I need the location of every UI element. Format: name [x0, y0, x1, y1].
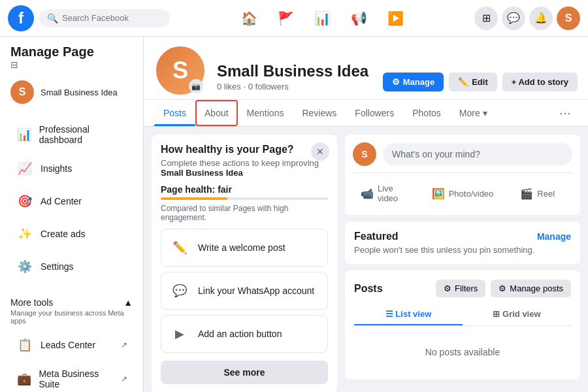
- live-video-button[interactable]: 📹 Live video: [353, 180, 423, 207]
- add-to-story-button[interactable]: + Add to story: [502, 73, 578, 91]
- whatsapp-label: Link your WhatsApp account: [198, 286, 314, 296]
- cover-area: S 📷 Small Business Idea 0 likes · 0 foll…: [144, 37, 588, 97]
- sidebar-page-name: Small Business Idea: [41, 88, 118, 97]
- page-cover-avatar: S 📷: [154, 44, 206, 97]
- action-item-action-button[interactable]: ▶ Add an action button: [161, 315, 328, 353]
- tabs-ellipsis-button[interactable]: ⋯: [553, 102, 578, 124]
- health-card: How healthy is your Page? Complete these…: [152, 135, 337, 392]
- posts-actions: ⚙ Filters ⚙ Manage posts: [436, 280, 571, 297]
- page-tabs: Posts About Mentions Reviews Followers P…: [144, 99, 588, 126]
- megaphone-nav-icon[interactable]: 📢: [343, 5, 374, 31]
- grid-view-tab[interactable]: ⊞ Grid view: [463, 304, 571, 325]
- live-video-label: Live video: [378, 184, 415, 203]
- dashboard-icon: 📊: [16, 125, 33, 144]
- manage-button[interactable]: ⚙ Manage: [383, 73, 444, 91]
- sidebar-grid-icon[interactable]: ⊟: [10, 59, 18, 70]
- page-header-actions: ⚙ Manage ✏️ Edit + Add to story: [383, 73, 578, 97]
- more-tools-subtitle: Manage your business across Meta apps: [0, 309, 143, 329]
- home-nav-icon[interactable]: 🏠: [233, 5, 265, 31]
- settings-icon: ⚙️: [16, 257, 34, 276]
- tab-followers[interactable]: Followers: [346, 100, 403, 126]
- search-input[interactable]: [62, 13, 162, 23]
- reel-label: Reel: [537, 189, 555, 199]
- compose-actions: 📹 Live video 🖼️ Photo/video 🎬 Reel: [353, 172, 572, 207]
- page-title: Small Business Idea: [217, 62, 372, 80]
- edit-button[interactable]: ✏️ Edit: [449, 73, 497, 91]
- messenger-button[interactable]: 💬: [502, 7, 525, 30]
- tab-posts[interactable]: Posts: [154, 100, 195, 126]
- reel-icon: 🎬: [520, 188, 533, 200]
- action-item-whatsapp[interactable]: 💬 Link your WhatsApp account: [161, 272, 328, 310]
- welcome-post-label: Write a welcome post: [198, 242, 286, 253]
- sidebar-item-ad-center[interactable]: 🎯 Ad Center: [5, 186, 138, 217]
- see-more-button[interactable]: See more: [161, 361, 328, 384]
- tab-reviews[interactable]: Reviews: [293, 100, 346, 126]
- video-nav-icon[interactable]: ▶️: [380, 5, 411, 31]
- posts-title: Posts: [354, 283, 383, 295]
- filters-button[interactable]: ⚙ Filters: [436, 280, 485, 297]
- compose-avatar: S: [353, 142, 376, 166]
- facebook-logo[interactable]: f: [8, 5, 34, 31]
- health-card-page-name: Small Business Idea: [161, 168, 243, 178]
- more-tools-collapse-icon[interactable]: ▲: [123, 297, 133, 308]
- top-navigation: f 🔍 🏠 🚩 📊 📢 ▶️ ⊞ 💬 🔔 S: [0, 0, 588, 37]
- sidebar-item-professional-dashboard[interactable]: 📊 Professional dashboard: [5, 118, 138, 152]
- whatsapp-icon: 💬: [169, 280, 190, 301]
- posts-header: Posts ⚙ Filters ⚙ Manage posts: [354, 280, 571, 297]
- health-card-close-button[interactable]: ✕: [311, 142, 329, 161]
- photo-video-button[interactable]: 🖼️ Photo/video: [424, 180, 502, 207]
- main-layout: Manage Page ⊟ S Small Business Idea 📊 Pr…: [0, 37, 588, 392]
- reel-button[interactable]: 🎬 Reel: [502, 180, 572, 207]
- nav-right-actions: ⊞ 💬 🔔 S: [474, 7, 580, 30]
- sidebar-header: Manage Page ⊟: [0, 37, 143, 75]
- cover-avatar-initial: S: [172, 57, 188, 84]
- compose-input[interactable]: What's on your mind?: [383, 143, 572, 165]
- sidebar-item-settings[interactable]: ⚙️ Settings: [5, 251, 138, 282]
- featured-title: Featured: [354, 231, 399, 242]
- photo-video-label: Photo/video: [449, 189, 494, 199]
- dashboard-label: Professional dashboard: [39, 124, 127, 145]
- posts-view-tabs: ☰ List view ⊞ Grid view: [354, 304, 571, 326]
- filters-label: Filters: [455, 284, 478, 293]
- tab-about[interactable]: About: [195, 100, 238, 126]
- sidebar-item-leads-center[interactable]: 📋 Leads Center ↗: [5, 329, 138, 361]
- camera-icon[interactable]: 📷: [189, 79, 203, 93]
- tab-mentions[interactable]: Mentions: [238, 100, 293, 126]
- featured-header: Featured Manage: [354, 231, 571, 242]
- featured-manage-link[interactable]: Manage: [537, 231, 571, 242]
- profile-button[interactable]: S: [557, 7, 580, 30]
- right-column: S What's on your mind? 📹 Live video 🖼️ P…: [345, 135, 580, 392]
- sidebar: Manage Page ⊟ S Small Business Idea 📊 Pr…: [0, 37, 144, 392]
- chart-nav-icon[interactable]: 📊: [306, 5, 338, 31]
- sidebar-item-insights[interactable]: 📈 Insights: [5, 153, 138, 184]
- photo-video-icon: 🖼️: [432, 188, 445, 200]
- manage-icon: ⚙: [392, 77, 400, 87]
- action-item-welcome-post[interactable]: ✏️ Write a welcome post: [161, 229, 328, 267]
- welcome-post-icon: ✏️: [169, 237, 190, 258]
- tab-photos[interactable]: Photos: [403, 100, 450, 126]
- manage-posts-button[interactable]: ⚙ Manage posts: [491, 280, 571, 297]
- flag-nav-icon[interactable]: 🚩: [270, 5, 301, 31]
- sidebar-page-item[interactable]: S Small Business Idea: [0, 75, 143, 109]
- health-compare-text: Compared to similar Pages with high enga…: [161, 204, 328, 222]
- health-status-label: Page health: fair: [161, 184, 328, 195]
- insights-label: Insights: [41, 163, 72, 174]
- no-posts-message: No posts available: [354, 334, 571, 370]
- tab-more-button[interactable]: More ▾: [450, 100, 497, 126]
- grid-menu-button[interactable]: ⊞: [474, 7, 498, 30]
- sidebar-item-create-ads[interactable]: ✨ Create ads: [5, 218, 138, 250]
- leads-center-arrow-icon: ↗: [121, 340, 127, 350]
- search-icon: 🔍: [47, 13, 58, 24]
- nav-center-icons: 🏠 🚩 📊 📢 ▶️: [175, 5, 469, 31]
- health-bar-fill: [161, 197, 227, 200]
- sidebar-item-meta-business-suite[interactable]: 💼 Meta Business Suite ↗: [5, 362, 138, 392]
- sidebar-page-avatar: S: [10, 80, 34, 104]
- edit-icon: ✏️: [458, 77, 468, 87]
- leads-center-label: Leads Center: [41, 340, 95, 350]
- create-ads-icon: ✨: [16, 225, 34, 243]
- search-box[interactable]: 🔍: [39, 9, 170, 27]
- meta-business-arrow-icon: ↗: [121, 374, 127, 384]
- notifications-button[interactable]: 🔔: [529, 7, 553, 30]
- action-button-icon: ▶: [169, 323, 190, 344]
- list-view-tab[interactable]: ☰ List view: [354, 304, 463, 325]
